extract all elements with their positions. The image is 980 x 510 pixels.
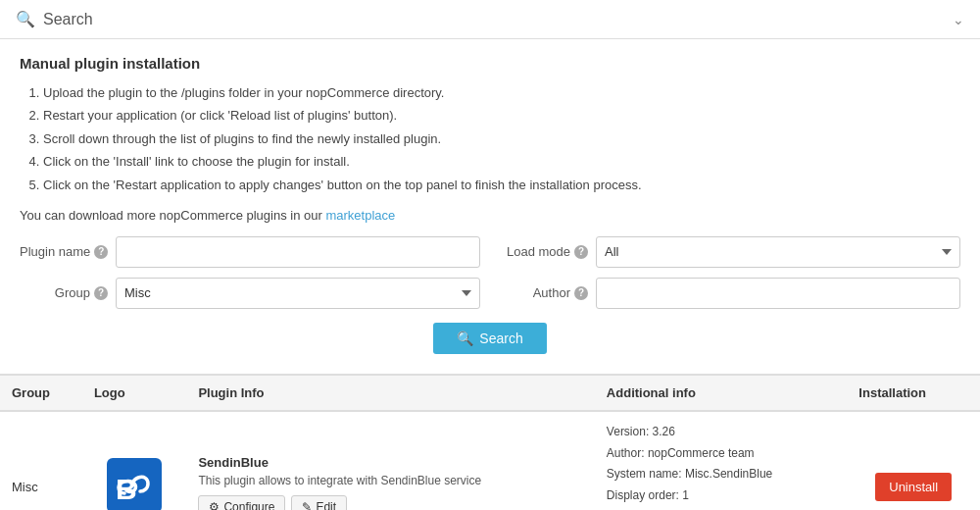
top-bar: 🔍 Search ⌄ [0, 0, 980, 39]
plugins-table: Group Logo Plugin Info Additional info I… [0, 375, 980, 510]
instructions: Upload the plugin to the /plugins folder… [20, 81, 960, 196]
gear-icon: ⚙ [209, 500, 220, 510]
author-value: nopCommerce team [648, 446, 755, 460]
plugin-name: SendinBlue [198, 455, 582, 470]
table-row: Misc B SendinBlue This plugin allows to … [0, 411, 980, 510]
group-help-icon[interactable]: ? [94, 286, 108, 300]
additional-info: Version: 3.26 Author: nopCommerce team S… [607, 422, 836, 510]
chevron-down-icon[interactable]: ⌄ [953, 12, 964, 27]
cell-installation: Uninstall [847, 411, 980, 510]
sendinblue-logo-icon: B [107, 458, 162, 510]
plugin-name-row: Plugin name ? [20, 236, 480, 268]
group-label: Group ? [20, 285, 108, 300]
group-row: Group ? MiscAllPaymentShippingTaxSEOAnal… [20, 278, 480, 309]
edit-label: Edit [316, 500, 336, 510]
load-mode-help-icon[interactable]: ? [574, 245, 588, 259]
author-help-icon[interactable]: ? [574, 286, 588, 300]
load-mode-select[interactable]: AllInstalled onlyNot installed [596, 236, 960, 268]
cell-logo: B [82, 411, 187, 510]
display-order-value: 1 [682, 488, 689, 502]
group-select[interactable]: MiscAllPaymentShippingTaxSEOAnalyticsWid… [116, 278, 480, 309]
plugin-name-input[interactable] [116, 236, 480, 268]
cell-additional-info: Version: 3.26 Author: nopCommerce team S… [595, 411, 848, 510]
author-input[interactable] [596, 278, 960, 309]
display-order-info: Display order: 1 [607, 485, 836, 507]
cell-group: Misc [0, 411, 82, 510]
table-section: Group Logo Plugin Info Additional info I… [0, 375, 980, 510]
col-plugin-info: Plugin Info [186, 375, 594, 411]
col-installation: Installation [847, 375, 980, 411]
load-mode-row: Load mode ? AllInstalled onlyNot install… [500, 236, 960, 268]
search-btn-container: 🔍 Search [20, 323, 960, 354]
search-form: Plugin name ? Load mode ? AllInstalled o… [20, 236, 960, 309]
edit-button[interactable]: ✎ Edit [291, 495, 347, 510]
col-logo: Logo [82, 375, 187, 411]
edit-icon: ✎ [302, 500, 312, 510]
author-info: Author: nopCommerce team [607, 443, 836, 465]
search-btn-label: Search [479, 331, 522, 346]
instruction-step: Upload the plugin to the /plugins folder… [43, 81, 960, 104]
marketplace-link[interactable]: marketplace [325, 208, 395, 223]
instruction-step: Restart your application (or click 'Relo… [43, 104, 960, 127]
plugin-name-help-icon[interactable]: ? [94, 245, 108, 259]
load-mode-label: Load mode ? [500, 244, 588, 259]
main-panel: Manual plugin installation Upload the pl… [0, 39, 980, 375]
col-additional-info: Additional info [595, 375, 848, 411]
system-name-value: Misc.SendinBlue [685, 467, 772, 481]
cell-plugin-info: SendinBlue This plugin allows to integra… [186, 411, 594, 510]
version-value: 3.26 [653, 425, 675, 438]
author-row: Author ? [500, 278, 960, 309]
installed-info: Installed: ✔ [607, 506, 836, 510]
plugin-desc: This plugin allows to integrate with Sen… [198, 474, 582, 487]
search-btn-icon: 🔍 [457, 331, 473, 346]
section-title: Manual plugin installation [20, 55, 960, 72]
plugin-name-label: Plugin name ? [20, 244, 108, 259]
svg-text:B: B [116, 473, 137, 505]
author-label: Author ? [500, 285, 588, 300]
search-icon: 🔍 [16, 10, 35, 28]
top-bar-title: Search [43, 11, 93, 28]
version-info: Version: 3.26 [607, 422, 836, 443]
system-name-info: System name: Misc.SendinBlue [607, 464, 836, 485]
configure-label: Configure [223, 500, 274, 510]
marketplace-note: You can download more nopCommerce plugin… [20, 208, 960, 223]
col-group: Group [0, 375, 82, 411]
instruction-step: Scroll down through the list of plugins … [43, 128, 960, 150]
search-button[interactable]: 🔍 Search [433, 323, 546, 354]
configure-button[interactable]: ⚙ Configure [198, 495, 285, 510]
table-header-row: Group Logo Plugin Info Additional info I… [0, 375, 980, 411]
instruction-step: Click on the 'Install' link to choose th… [43, 150, 960, 173]
uninstall-button[interactable]: Uninstall [875, 473, 952, 501]
instruction-step: Click on the 'Restart application to app… [43, 174, 960, 196]
